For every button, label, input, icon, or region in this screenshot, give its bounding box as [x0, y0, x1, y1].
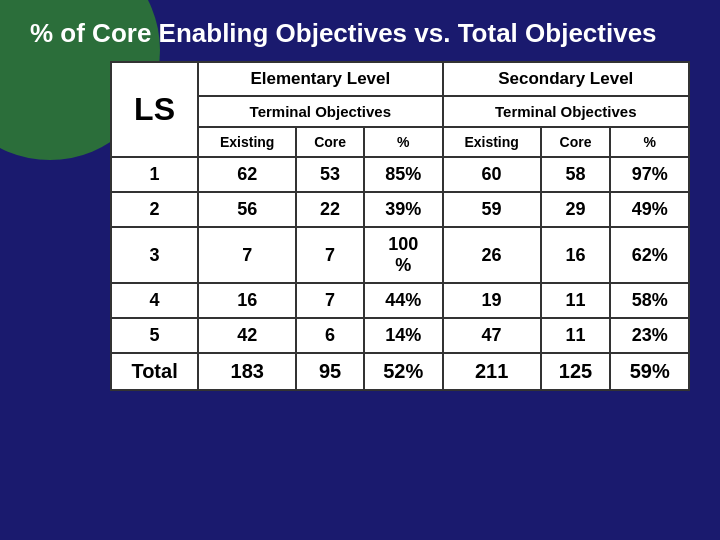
sec-existing-2: 59	[443, 192, 541, 227]
elem-core-5: 6	[296, 318, 364, 353]
elem-core-1: 53	[296, 157, 364, 192]
ls-cell: LS	[111, 62, 198, 157]
elem-existing-header: Existing	[198, 127, 296, 157]
elem-existing-4: 16	[198, 283, 296, 318]
total-sec-core: 125	[541, 353, 611, 390]
total-elem-pct: 52%	[364, 353, 443, 390]
sec-existing-1: 60	[443, 157, 541, 192]
total-sec-pct: 59%	[610, 353, 689, 390]
sec-existing-4: 19	[443, 283, 541, 318]
total-elem-existing: 183	[198, 353, 296, 390]
table-row: 3 7 7 100% 26 16 62%	[111, 227, 689, 283]
elem-existing-1: 62	[198, 157, 296, 192]
sec-core-5: 11	[541, 318, 611, 353]
table-wrapper: LS Elementary Level Secondary Level Term…	[0, 61, 720, 411]
main-table: LS Elementary Level Secondary Level Term…	[110, 61, 690, 391]
elementary-level-header: Elementary Level	[198, 62, 442, 96]
total-row: Total 183 95 52% 211 125 59%	[111, 353, 689, 390]
row-id-2: 2	[111, 192, 198, 227]
sec-core-3: 16	[541, 227, 611, 283]
level-header-row: LS Elementary Level Secondary Level	[111, 62, 689, 96]
sec-existing-5: 47	[443, 318, 541, 353]
sec-pct-2: 49%	[610, 192, 689, 227]
elem-pct-1: 85%	[364, 157, 443, 192]
sec-terminal-objectives: Terminal Objectives	[443, 96, 689, 127]
elem-pct-4: 44%	[364, 283, 443, 318]
elem-existing-2: 56	[198, 192, 296, 227]
elem-pct-3: 100%	[364, 227, 443, 283]
sec-existing-3: 26	[443, 227, 541, 283]
elem-core-3: 7	[296, 227, 364, 283]
elem-existing-5: 42	[198, 318, 296, 353]
sec-core-2: 29	[541, 192, 611, 227]
sec-existing-header: Existing	[443, 127, 541, 157]
row-id-3: 3	[111, 227, 198, 283]
elem-terminal-objectives: Terminal Objectives	[198, 96, 442, 127]
sec-pct-header: %	[610, 127, 689, 157]
sec-core-header: Core	[541, 127, 611, 157]
sec-pct-5: 23%	[610, 318, 689, 353]
table-row: 1 62 53 85% 60 58 97%	[111, 157, 689, 192]
sec-pct-4: 58%	[610, 283, 689, 318]
elem-existing-3: 7	[198, 227, 296, 283]
table-row: 4 16 7 44% 19 11 58%	[111, 283, 689, 318]
table-row: 5 42 6 14% 47 11 23%	[111, 318, 689, 353]
sub-header-row: Existing Core % Existing Core %	[111, 127, 689, 157]
total-elem-core: 95	[296, 353, 364, 390]
page-title: % of Core Enabling Objectives vs. Total …	[0, 0, 720, 61]
sec-pct-3: 62%	[610, 227, 689, 283]
row-id-5: 5	[111, 318, 198, 353]
sec-core-4: 11	[541, 283, 611, 318]
elem-core-4: 7	[296, 283, 364, 318]
row-id-1: 1	[111, 157, 198, 192]
elem-pct-5: 14%	[364, 318, 443, 353]
elem-core-header: Core	[296, 127, 364, 157]
secondary-level-header: Secondary Level	[443, 62, 689, 96]
total-label: Total	[111, 353, 198, 390]
elem-core-2: 22	[296, 192, 364, 227]
row-id-4: 4	[111, 283, 198, 318]
sec-pct-1: 97%	[610, 157, 689, 192]
total-sec-existing: 211	[443, 353, 541, 390]
sec-core-1: 58	[541, 157, 611, 192]
elem-pct-2: 39%	[364, 192, 443, 227]
terminal-objectives-row: Terminal Objectives Terminal Objectives	[111, 96, 689, 127]
elem-pct-header: %	[364, 127, 443, 157]
table-row: 2 56 22 39% 59 29 49%	[111, 192, 689, 227]
